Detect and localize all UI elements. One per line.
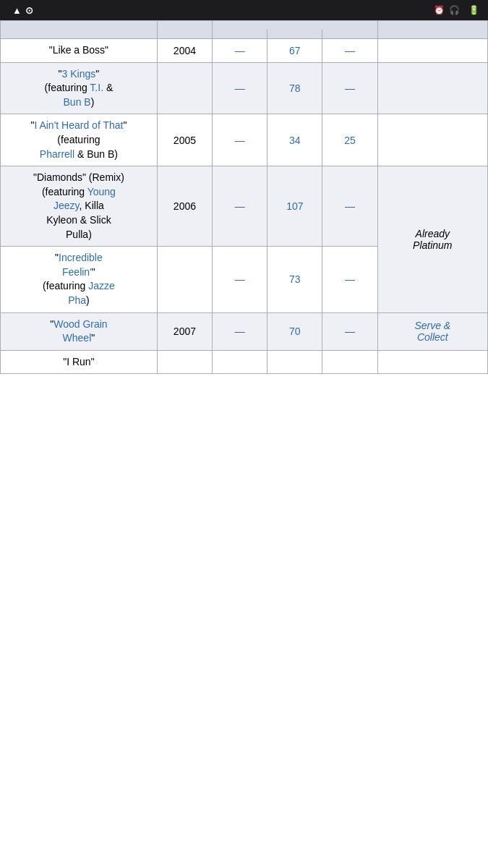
cell-us: — [213, 39, 267, 63]
cell-title: "Like a Boss" [1, 39, 158, 63]
discography-table: "Like a Boss"2004—67—"3 Kings"(featuring… [0, 20, 488, 374]
cell-album [377, 39, 487, 63]
cell-album [377, 114, 487, 166]
status-right: ⏰ 🎧 🔋 [434, 5, 479, 15]
th-rap [322, 30, 377, 39]
cell-title: "I Run" [1, 350, 158, 374]
cell-us: — [213, 166, 267, 247]
cell-rap: — [322, 312, 377, 350]
page-area: "Like a Boss"2004—67—"3 Kings"(featuring… [0, 20, 488, 374]
cell-rb: 78 [267, 62, 322, 114]
cell-year [157, 247, 212, 312]
cell-rb: 70 [267, 312, 322, 350]
battery-icon: 🔋 [468, 5, 479, 15]
cell-year: 2007 [157, 312, 212, 350]
cell-album [377, 62, 487, 114]
cell-title: "IncredibleFeelin'"(featuring JazzePha) [1, 247, 158, 312]
cell-rap: — [322, 247, 377, 312]
cell-us: — [213, 62, 267, 114]
cell-rap: — [322, 62, 377, 114]
headphones-icon: 🎧 [449, 5, 460, 15]
th-rb [267, 30, 322, 39]
cell-album: Serve & Collect [377, 312, 487, 350]
cell-rb [267, 350, 322, 374]
cell-title: "Diamonds" (Remix)(featuring YoungJeezy,… [1, 166, 158, 247]
cell-us: — [213, 114, 267, 166]
table-row: "Wood GrainWheel"2007—70—Serve & Collect [1, 312, 488, 350]
cell-rap [322, 350, 377, 374]
cell-us: — [213, 247, 267, 312]
table-container: "Like a Boss"2004—67—"3 Kings"(featuring… [0, 20, 488, 374]
signal-icon: ▲ [12, 5, 22, 16]
cell-title: "3 Kings"(featuring T.I. &Bun B) [1, 62, 158, 114]
table-row: "Like a Boss"2004—67— [1, 39, 488, 63]
table-row: "I Run" [1, 350, 488, 374]
th-year [157, 21, 212, 39]
cell-us: — [213, 312, 267, 350]
cell-rb: 67 [267, 39, 322, 63]
th-album [377, 21, 487, 39]
cell-title: "Wood GrainWheel" [1, 312, 158, 350]
wifi-icon: ⊙ [25, 5, 33, 16]
cell-title: "I Ain't Heard of That"(featuringPharrel… [1, 114, 158, 166]
cell-rb: 73 [267, 247, 322, 312]
cell-album: Already Platinum [377, 166, 487, 312]
status-left: ▲ ⊙ [9, 5, 33, 16]
cell-year: 2006 [157, 166, 212, 247]
table-row: "I Ain't Heard of That"(featuringPharrel… [1, 114, 488, 166]
cell-rap: — [322, 166, 377, 247]
cell-rb: 107 [267, 166, 322, 247]
cell-rb: 34 [267, 114, 322, 166]
cell-us [213, 350, 267, 374]
alarm-icon: ⏰ [434, 5, 445, 15]
cell-album [377, 350, 487, 374]
status-bar: ▲ ⊙ ⏰ 🎧 🔋 [0, 0, 488, 20]
cell-rap: — [322, 39, 377, 63]
cell-rap: 25 [322, 114, 377, 166]
cell-year: 2005 [157, 114, 212, 166]
table-row: "3 Kings"(featuring T.I. &Bun B)—78— [1, 62, 488, 114]
th-us [213, 30, 267, 39]
cell-year: 2004 [157, 39, 212, 63]
table-row: "Diamonds" (Remix)(featuring YoungJeezy,… [1, 166, 488, 247]
cell-year [157, 350, 212, 374]
th-peak [213, 21, 378, 30]
cell-year [157, 62, 212, 114]
th-title [1, 21, 158, 39]
